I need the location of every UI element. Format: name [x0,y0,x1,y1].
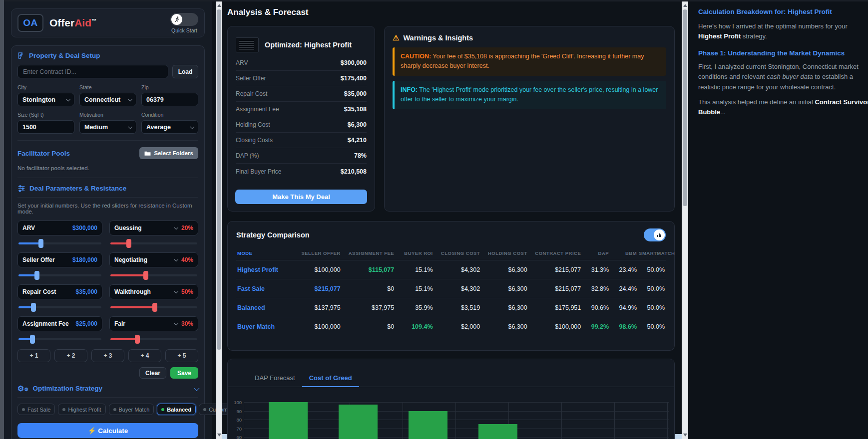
scrollbar-thumb[interactable] [683,9,687,206]
field-label: Motivation [79,112,136,118]
resistance-slider-walkthrough[interactable] [110,306,197,308]
tab-dap-forecast[interactable]: DAP Forecast [248,371,302,387]
param-value-box[interactable]: ARV$300,000 [17,220,102,235]
load-button[interactable]: Load [172,65,198,78]
strategy-chip-highest-profit[interactable]: Highest Profit [58,404,105,415]
field-city: CityStonington [17,84,74,106]
select-condition[interactable]: Average [141,120,198,134]
chevron-down-icon[interactable] [194,385,199,391]
param-slider-repair-cost[interactable] [18,306,101,308]
quick-start-toggle[interactable] [170,13,198,26]
pencil-document-icon [17,52,25,59]
gridline-vertical [561,402,562,439]
input-zip[interactable]: 06379 [141,93,198,106]
section-optimization-strategy[interactable]: ⚙⚙ Optimization Strategy [17,385,198,392]
chip-label: Buyer Match [119,407,150,413]
slider-thumb[interactable] [152,303,157,312]
select-motivation[interactable]: Medium [79,120,136,134]
slider-thumb[interactable] [31,303,36,312]
value-cell: 15.1% [395,260,434,279]
select-city[interactable]: Stonington [17,93,74,106]
optimized-rows: ARV$300,000Seller Offer$175,400Repair Co… [236,55,367,179]
column-header-dap: DAP [582,247,610,260]
resistance-slider-guessing[interactable] [110,242,197,244]
value-cell: 50.0% [638,298,666,317]
runner-icon [174,16,180,22]
chip-label: Fast Sale [27,407,50,413]
comparison-table: MODESELLER OFFERASSIGNMENT FEEBUYER ROIC… [236,247,666,336]
value-cell: $6,300 [481,298,528,317]
divider [17,140,198,141]
resistance-select[interactable]: Fair30% [109,316,198,331]
scroll-down-arrow[interactable] [217,434,221,437]
optimized-row-closing-costs: Closing Costs$4,210 [236,133,367,148]
row-label: Holding Cost [236,121,270,128]
resistance-select[interactable]: Negotiating40% [109,252,198,267]
strategy-chip-buyer-match[interactable]: Buyer Match [109,404,154,415]
increment-button-5[interactable]: + 5 [165,349,198,362]
sidebar-scrollbar[interactable] [216,1,222,439]
slider-thumb[interactable] [135,335,140,344]
optimized-row-final-buyer-price: Final Buyer Price$210,508 [236,164,367,179]
scrollbar-thumb[interactable] [217,9,221,350]
row-value: 78% [354,152,367,159]
mode-cell[interactable]: Balanced [236,298,292,317]
radio-dot-icon [22,408,25,411]
resistance-slider-negotiating[interactable] [110,274,197,276]
increment-button-2[interactable]: + 2 [54,349,87,362]
section-facilitator-pools: Facilitator Pools [17,150,70,157]
value-cell: 94.9% [610,298,638,317]
increment-button-1[interactable]: + 1 [17,349,50,362]
clear-button[interactable]: Clear [139,367,166,379]
radio-dot-icon [161,408,164,411]
strategy-chip-fast-sale[interactable]: Fast Sale [17,404,55,415]
slider-thumb[interactable] [30,335,35,344]
slider-thumb[interactable] [38,239,43,248]
calculate-button[interactable]: ⚡ Calculate [17,423,198,438]
value-cell: 99.2% [582,317,610,336]
slider-thumb[interactable] [126,239,131,248]
value-cell: $215,077 [528,260,582,279]
increment-button-3[interactable]: + 3 [91,349,124,362]
resistance-value: 50% [181,288,193,295]
optimized-card-title: Optimized: Highest Profit [265,41,352,49]
mode-cell[interactable]: Fast Sale [236,279,292,298]
param-value-box[interactable]: Repair Cost$35,000 [17,284,102,299]
comparison-title: Strategy Comparison [236,231,310,239]
slider-thumb[interactable] [34,271,39,280]
resistance-label: Guessing [114,224,142,231]
scroll-up-arrow[interactable] [683,4,687,7]
param-slider-arv[interactable] [18,242,101,244]
tab-cost-of-greed[interactable]: Cost of Greed [302,371,359,387]
param-slider-seller-offer[interactable] [18,274,101,276]
select-folders-button[interactable]: Select Folders [139,147,198,159]
save-button[interactable]: Save [170,367,198,379]
mode-cell[interactable]: Highest Profit [236,260,292,279]
increment-button-4[interactable]: + 4 [128,349,161,362]
app-logo: OA OfferAid™ [17,14,96,32]
param-slider-assignment-fee[interactable] [18,338,101,340]
chip-label: Highest Profit [68,407,101,413]
sidebar: OA OfferAid™ Quick Start Property & Deal… [4,1,212,439]
slider-thumb[interactable] [143,271,148,280]
select-state[interactable]: Connecticut [79,93,136,106]
param-seller-offer: Seller Offer$180,000 [17,252,102,277]
strategy-chip-balanced[interactable]: Balanced [157,404,196,415]
mode-cell[interactable]: Buyer Match [236,317,292,336]
scroll-up-arrow[interactable] [217,4,221,7]
param-value-box[interactable]: Seller Offer$180,000 [17,252,102,267]
table-row-balanced: Balanced$137,975$37,97535.9%$3,519$6,300… [236,298,666,317]
comparison-view-toggle[interactable] [644,228,666,241]
param-value: $300,000 [72,224,97,231]
input-size-sqft[interactable]: 1500 [17,120,74,134]
resistance-select[interactable]: Guessing20% [109,220,198,235]
scroll-down-arrow[interactable] [683,434,687,437]
make-this-my-deal-button[interactable]: Make This My Deal [235,190,367,204]
column-header-seller-offer: SELLER OFFER [292,247,342,260]
resistance-select[interactable]: Walkthrough50% [109,284,198,299]
contract-id-input[interactable] [17,65,168,78]
resistance-label: Fair [114,320,125,327]
resistance-slider-fair[interactable] [110,338,197,340]
param-value-box[interactable]: Assignment Fee$25,000 [17,316,102,331]
main-scrollbar[interactable] [682,1,688,439]
